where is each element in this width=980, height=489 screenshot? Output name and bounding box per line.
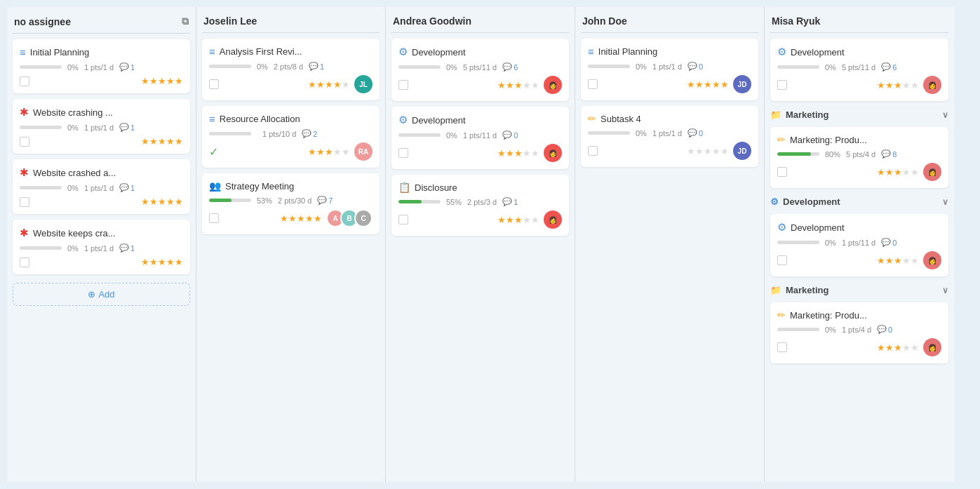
column-joselin-lee: Joselin Lee ≡ Analysis First Revi... 0% …	[196, 7, 386, 482]
card-stats: 0% 1 pts/4 d 💬 0	[777, 325, 941, 334]
card-bottom: ★★★★★ 👩	[777, 163, 941, 181]
task-checkbox[interactable]	[398, 215, 408, 225]
bug-icon: ✱	[20, 166, 29, 179]
chevron-down-icon: ∨	[942, 110, 948, 120]
task-checkbox[interactable]	[777, 167, 787, 177]
card-footer-right: ★★★★★ 👩	[497, 210, 562, 229]
comment-count: 6	[514, 63, 518, 72]
star-rating[interactable]: ★★★★★	[308, 147, 350, 157]
card-bottom: ★★★★★ 👩	[777, 338, 941, 356]
star-rating[interactable]: ★★★★★	[280, 213, 322, 224]
kanban-board: no assignee ⧉ ≡ Initial Planning 0% 1 pt…	[0, 0, 980, 489]
section-title: Development	[783, 196, 840, 207]
card-footer-right: ★★★★★ 👩	[877, 76, 941, 94]
star-rating[interactable]: ★★★★★	[877, 167, 919, 177]
card-title: Initial Planning	[598, 46, 658, 57]
progress-pct: 53%	[257, 196, 272, 205]
progress-bar-container	[588, 65, 630, 68]
star-rating[interactable]: ★★★★★	[687, 146, 729, 156]
task-checkbox[interactable]	[588, 79, 598, 89]
progress-pct: 0%	[825, 63, 836, 72]
add-icon: ⊕	[88, 289, 95, 300]
section-label[interactable]: ⚙ Development ∨	[770, 194, 948, 208]
section-label[interactable]: 📁 Marketing ∨	[770, 107, 948, 121]
star-rating[interactable]: ★★★★★	[497, 148, 539, 159]
card-bottom: ★★★★★ 👩	[398, 144, 562, 162]
task-checkbox[interactable]	[588, 146, 598, 156]
star-rating[interactable]: ★★★★★	[308, 79, 350, 90]
star-rating[interactable]: ★★★★★	[141, 76, 183, 86]
complete-icon: ✓	[209, 145, 218, 159]
task-checkbox[interactable]	[777, 80, 787, 90]
card-bottom: ★★★★★	[20, 257, 183, 267]
task-checkbox[interactable]	[209, 213, 219, 223]
task-checkbox[interactable]	[777, 255, 787, 265]
column-title: Andrea Goodwin	[393, 15, 471, 27]
card-footer-right: ★★★★★ 👩	[877, 251, 941, 269]
star-rating[interactable]: ★★★★★	[877, 342, 919, 353]
card-header: 👥 Strategy Meeting	[209, 180, 372, 192]
card-stats: 80% 5 pts/4 d 💬 8	[777, 149, 941, 159]
star-rating[interactable]: ★★★★★	[141, 257, 183, 267]
star-rating[interactable]: ★★★★★	[141, 196, 183, 207]
comment-badge: 💬 6	[881, 62, 897, 72]
card-header: ✏ Subtask 4	[588, 113, 751, 124]
task-checkbox[interactable]	[209, 79, 219, 89]
gear-icon: ⚙	[398, 46, 408, 58]
star-rating[interactable]: ★★★★★	[497, 215, 539, 225]
stat-pts: 1 pts/10 d	[262, 130, 296, 138]
comment-count: 0	[892, 239, 897, 247]
card-footer-right: ★★★★★ 👩	[497, 76, 562, 94]
section-label[interactable]: 📁 Marketing ∨	[770, 282, 948, 297]
comment-count: 2	[313, 130, 317, 138]
progress-pct: 0%	[67, 244, 79, 253]
task-checkbox[interactable]	[20, 76, 29, 86]
star-rating[interactable]: ★★★★★	[877, 255, 919, 266]
comment-badge: 💬 2	[302, 129, 317, 138]
card-header: ⚙ Development	[777, 46, 941, 58]
comment-badge: 💬 1	[119, 62, 135, 72]
progress-bar	[777, 152, 811, 156]
card-footer-right: ★★★★★	[141, 76, 183, 86]
column-header-left: no assignee	[14, 16, 71, 27]
task-checkbox[interactable]	[20, 137, 29, 147]
task-checkbox[interactable]	[398, 80, 408, 90]
task-card: ≡ Analysis First Revi... 0% 2 pts/8 d 💬 …	[202, 39, 380, 100]
task-checkbox[interactable]	[20, 197, 29, 207]
star-rating[interactable]: ★★★★★	[687, 79, 729, 90]
task-card: ≡ Resource Allocation 1 pts/10 d 💬 2 ✓ ★…	[202, 106, 380, 168]
copy-icon[interactable]: ⧉	[182, 15, 189, 27]
progress-bar-container	[777, 241, 819, 244]
comment-badge: 💬 0	[687, 62, 703, 71]
progress-pct: 0%	[257, 62, 268, 71]
star-rating[interactable]: ★★★★★	[141, 136, 183, 147]
progress-pct: 0%	[67, 63, 79, 72]
comment-badge: 💬 8	[881, 149, 897, 159]
comment-badge: 💬 7	[317, 196, 333, 205]
card-title: Website keeps cra...	[33, 228, 116, 239]
card-title: Website crashing ...	[33, 107, 113, 118]
disclosure-icon: 📋	[398, 182, 410, 193]
add-button[interactable]: ⊕ Add	[13, 283, 190, 306]
card-header: ⚙ Development	[398, 114, 562, 126]
task-checkbox[interactable]	[398, 148, 408, 158]
star-rating[interactable]: ★★★★★	[497, 80, 539, 91]
card-stats: 55% 2 pts/3 d 💬 1	[398, 197, 562, 206]
card-header: ≡ Resource Allocation	[209, 113, 372, 125]
progress-bar-container	[398, 133, 441, 137]
card-title: Strategy Meeting	[225, 181, 294, 192]
card-bottom: ★★★★★ 👩	[398, 76, 562, 94]
column-header: Joselin Lee	[202, 13, 380, 33]
task-checkbox[interactable]	[20, 257, 29, 267]
progress-pct: 0%	[67, 123, 79, 132]
task-checkbox[interactable]	[777, 342, 787, 352]
comment-icon: 💬	[302, 129, 311, 138]
stat-pts: 5 pts/4 d	[846, 150, 875, 159]
star-rating[interactable]: ★★★★★	[877, 80, 919, 91]
avatar: 👩	[923, 163, 941, 181]
progress-pct: 0%	[446, 131, 457, 140]
card-header: ✏ Marketing: Produ...	[777, 134, 941, 145]
comment-icon: 💬	[317, 196, 327, 205]
list-icon: ≡	[209, 113, 215, 125]
gear-icon: ⚙	[777, 46, 786, 58]
